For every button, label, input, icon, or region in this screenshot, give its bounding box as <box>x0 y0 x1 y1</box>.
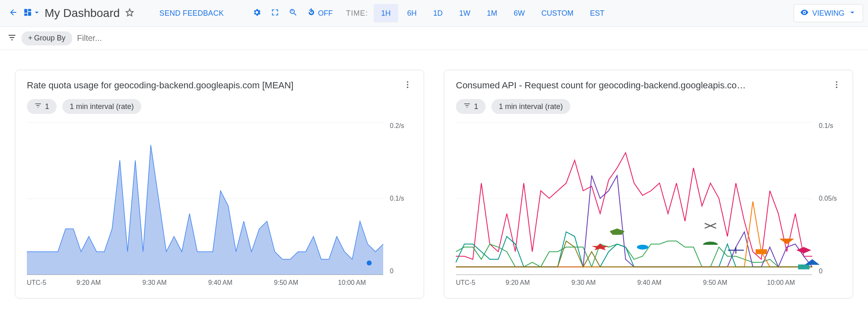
star-outline-icon <box>125 12 135 19</box>
chart-card-rate-quota: Rate quota usage for geocoding-backend.g… <box>15 70 424 298</box>
fullscreen-icon <box>270 8 280 19</box>
kebab-icon <box>403 83 412 90</box>
interval-chip[interactable]: 1 min interval (rate) <box>491 99 570 114</box>
filter-input[interactable] <box>77 30 861 47</box>
y-axis-labels: 0.1/s 0.05/s 0 <box>816 122 841 275</box>
gear-icon <box>252 8 261 19</box>
time-tab-6w[interactable]: 6W <box>506 4 532 22</box>
auto-refresh-label: OFF <box>318 9 333 18</box>
chart-plot-area[interactable] <box>456 122 812 275</box>
filter-count-chip[interactable]: 1 <box>456 99 486 114</box>
svg-point-3 <box>836 81 837 83</box>
group-by-chip[interactable]: + Group By <box>21 31 72 45</box>
group-by-label: Group By <box>34 34 66 43</box>
svg-point-4 <box>836 84 837 85</box>
svg-rect-8 <box>798 265 810 270</box>
charts-grid: Rate quota usage for geocoding-backend.g… <box>0 50 868 318</box>
filter-count-chip[interactable]: 1 <box>27 99 57 114</box>
interval-chip[interactable]: 1 min interval (rate) <box>62 99 141 114</box>
dashboard-menu-icon <box>23 8 32 19</box>
chart-title: Consumed API - Request count for geocodi… <box>456 80 827 91</box>
filter-icon[interactable] <box>7 33 17 44</box>
svg-point-2 <box>407 87 408 88</box>
x-axis-labels: UTC-5 9:20 AM 9:30 AM 9:40 AM 9:50 AM 10… <box>456 279 841 286</box>
svg-point-1 <box>407 84 408 85</box>
time-tab-custom[interactable]: CUSTOM <box>534 4 581 22</box>
filter-lines-icon <box>463 102 471 111</box>
svg-point-0 <box>407 81 408 83</box>
filter-bar: + Group By <box>0 27 868 50</box>
y-axis-labels: 0.2/s 0.1/s 0 <box>387 122 412 275</box>
fullscreen-button[interactable] <box>267 5 283 21</box>
time-tab-1h[interactable]: 1H <box>374 4 398 22</box>
chart-title: Rate quota usage for geocoding-backend.g… <box>27 80 398 91</box>
magnify-reset-icon <box>289 8 298 19</box>
filter-count-value: 1 <box>474 102 478 111</box>
filter-lines-icon <box>34 102 42 111</box>
x-axis-labels: UTC-5 9:20 AM 9:30 AM 9:40 AM 9:50 AM 10… <box>27 279 412 286</box>
refresh-icon <box>307 8 315 19</box>
chart-card-request-count: Consumed API - Request count for geocodi… <box>444 70 853 298</box>
chevron-down-icon <box>848 8 857 19</box>
interval-label: 1 min interval (rate) <box>499 102 563 111</box>
arrow-back-icon <box>9 8 18 19</box>
auto-refresh-toggle[interactable]: OFF <box>303 8 337 19</box>
chart-plot-area[interactable] <box>27 122 383 275</box>
svg-point-6 <box>637 245 648 250</box>
time-label: TIME: <box>339 9 372 18</box>
chart-menu-button[interactable] <box>403 80 412 91</box>
time-tab-6h[interactable]: 6H <box>400 4 424 22</box>
series-end-marker <box>367 260 372 265</box>
time-tab-tz[interactable]: EST <box>583 4 612 22</box>
plus-icon: + <box>28 34 33 43</box>
eye-icon <box>800 8 809 19</box>
back-button[interactable] <box>5 5 21 21</box>
filter-count-value: 1 <box>45 102 49 111</box>
kebab-icon <box>832 83 841 90</box>
reset-zoom-button[interactable] <box>285 5 301 21</box>
svg-point-5 <box>836 87 837 88</box>
chart-menu-button[interactable] <box>832 80 841 91</box>
view-mode-button[interactable]: VIEWING <box>794 4 863 22</box>
svg-rect-7 <box>756 249 767 254</box>
dashboard-selector[interactable] <box>23 8 41 19</box>
interval-label: 1 min interval (rate) <box>70 102 134 111</box>
top-toolbar: My Dashboard SEND FEEDBACK OFF TIME: 1H … <box>0 0 868 27</box>
settings-button[interactable] <box>249 5 265 21</box>
dashboard-title: My Dashboard <box>45 7 120 20</box>
time-tab-1d[interactable]: 1D <box>426 4 450 22</box>
favorite-button[interactable] <box>125 7 135 19</box>
view-mode-label: VIEWING <box>812 9 844 18</box>
time-tab-1w[interactable]: 1W <box>452 4 478 22</box>
time-tab-1m[interactable]: 1M <box>479 4 505 22</box>
send-feedback-button[interactable]: SEND FEEDBACK <box>154 9 229 18</box>
chevron-down-icon <box>32 8 41 19</box>
